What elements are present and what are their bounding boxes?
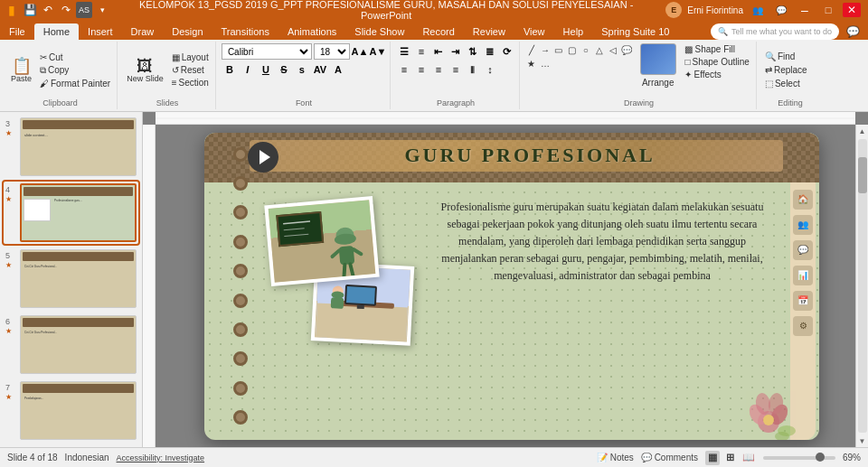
shape-effects-button[interactable]: ✦ Effects — [682, 69, 751, 80]
shape-more[interactable]: … — [539, 57, 552, 70]
scroll-up-button[interactable]: ▲ — [856, 125, 869, 137]
notes-button[interactable]: 📝 Notes — [597, 453, 634, 462]
more-qa-icon[interactable]: ▾ — [94, 2, 110, 18]
normal-view-button[interactable]: ▦ — [705, 451, 720, 465]
numbering-button[interactable]: ≡ — [413, 43, 429, 60]
new-slide-button[interactable]: 🖼 New Slide — [123, 56, 167, 85]
increase-indent-button[interactable]: ⇥ — [448, 43, 464, 60]
layout-button[interactable]: ▦Layout — [169, 51, 212, 63]
scroll-thumb[interactable] — [858, 157, 867, 193]
tab-view[interactable]: View — [514, 23, 554, 40]
tab-animations[interactable]: Animations — [278, 23, 345, 40]
italic-button[interactable]: I — [240, 61, 256, 78]
font-color-button[interactable]: A — [330, 61, 346, 78]
arrange-button[interactable]: Arrange — [639, 77, 677, 89]
tab-draw[interactable]: Draw — [122, 23, 164, 40]
chat-side-icon[interactable]: 💬 — [793, 240, 813, 260]
chart-side-icon[interactable]: 📊 — [793, 266, 813, 285]
tab-transitions[interactable]: Transitions — [212, 23, 278, 40]
minimize-button[interactable]: – — [796, 3, 814, 17]
slide-thumb-5[interactable]: 5★ Ciri-Ciri Guru Profesional... — [4, 248, 138, 310]
calendar-side-icon[interactable]: 📅 — [793, 291, 813, 311]
tab-record[interactable]: Record — [413, 23, 463, 40]
close-button[interactable]: ✕ — [843, 3, 861, 17]
shape-tri[interactable]: △ — [593, 43, 606, 56]
zoom-slider[interactable] — [763, 456, 835, 460]
convert-smartart-button[interactable]: ⟳ — [499, 43, 515, 60]
scroll-down-button[interactable]: ▼ — [856, 434, 869, 447]
quick-styles-box[interactable] — [640, 43, 676, 75]
save-icon[interactable]: 💾 — [22, 2, 38, 18]
comments-icon[interactable]: 💬 — [772, 3, 790, 17]
gear-side-icon[interactable]: ⚙ — [793, 316, 813, 336]
section-button[interactable]: ≡Section — [169, 77, 212, 89]
shadow-button[interactable]: s — [294, 61, 310, 78]
cut-button[interactable]: ✂Cut — [37, 51, 113, 63]
main-slide[interactable]: GURU PROFESIONAL 🏠 👥 💬 — [204, 133, 819, 440]
tab-review[interactable]: Review — [464, 23, 514, 40]
align-text-button[interactable]: ≣ — [482, 43, 498, 60]
align-left-button[interactable]: ≡ — [396, 61, 412, 78]
justify-button[interactable]: ≡ — [448, 61, 464, 78]
char-spacing-button[interactable]: AV — [312, 61, 328, 78]
play-button[interactable] — [248, 142, 278, 173]
redo-icon[interactable]: ↷ — [58, 2, 74, 18]
shape-line[interactable]: ╱ — [525, 43, 538, 56]
share-icon[interactable]: 👥 — [749, 3, 767, 17]
tab-help[interactable]: Help — [554, 23, 593, 40]
shape-callout[interactable]: 💬 — [620, 43, 633, 56]
home-side-icon[interactable]: 🏠 — [793, 190, 813, 210]
text-direction-button[interactable]: ⇅ — [465, 43, 481, 60]
tab-home[interactable]: Home — [34, 23, 79, 40]
shape-fill-button[interactable]: ▩ Shape Fill — [682, 43, 751, 55]
paste-button[interactable]: 📋 Paste — [7, 56, 35, 85]
reset-button[interactable]: ↺Reset — [169, 64, 212, 76]
user-name[interactable]: Erni Fiorintina — [687, 5, 743, 15]
find-button[interactable]: 🔍 Find — [762, 51, 810, 62]
copy-button[interactable]: ⧉Copy — [37, 64, 113, 77]
slide-sorter-button[interactable]: ⊞ — [723, 451, 738, 465]
slide-thumb-6[interactable]: 6★ Ciri-Ciri Guru Profesional... — [4, 313, 138, 376]
tab-file[interactable]: File — [0, 23, 34, 40]
bold-button[interactable]: B — [222, 61, 238, 78]
people-side-icon[interactable]: 👥 — [793, 215, 813, 235]
vertical-scrollbar[interactable]: ▲ ▼ — [855, 125, 868, 447]
replace-button[interactable]: ⇄ Replace — [762, 64, 810, 76]
decrease-indent-button[interactable]: ⇤ — [430, 43, 447, 60]
shape-arrow[interactable]: → — [539, 43, 552, 56]
align-center-button[interactable]: ≡ — [413, 61, 429, 78]
align-right-button[interactable]: ≡ — [430, 61, 447, 78]
tab-spring[interactable]: Spring Suite 10 — [592, 23, 678, 40]
slide-thumb-3[interactable]: 3★ slide content... — [4, 116, 138, 178]
shape-star[interactable]: ★ — [525, 57, 538, 70]
tab-insert[interactable]: Insert — [79, 23, 122, 40]
strikethrough-button[interactable]: S — [276, 61, 292, 78]
search-bar[interactable]: 🔍 Tell me what you want to do — [711, 23, 839, 40]
bullets-button[interactable]: ☰ — [396, 43, 412, 60]
select-button[interactable]: ⬚ Select — [762, 78, 810, 89]
shape-rtri[interactable]: ◁ — [607, 43, 619, 56]
decrease-font-button[interactable]: A▼ — [370, 43, 386, 60]
undo-icon[interactable]: ↶ — [40, 2, 56, 18]
tab-design[interactable]: Design — [163, 23, 212, 40]
underline-button[interactable]: U — [258, 61, 274, 78]
format-painter-button[interactable]: 🖌Format Painter — [37, 78, 113, 89]
font-size-select[interactable]: 18 — [314, 43, 350, 60]
comments-ribbon-icon[interactable]: 💬 — [844, 23, 861, 40]
reading-view-button[interactable]: 📖 — [741, 451, 756, 465]
font-family-select[interactable]: Calibri — [222, 43, 312, 60]
increase-font-button[interactable]: A▲ — [352, 43, 368, 60]
slide-thumb-4[interactable]: 4★ Profesionalisme guru... — [4, 182, 138, 244]
columns-button[interactable]: ⫴ — [465, 61, 481, 78]
accessibility-label[interactable]: Accessibility: Investigate — [117, 453, 205, 462]
line-spacing-button[interactable]: ↕ — [482, 61, 498, 78]
tab-slideshow[interactable]: Slide Show — [345, 23, 413, 40]
shape-rounded-rect[interactable]: ▢ — [566, 43, 579, 56]
font-label: Font — [296, 97, 312, 107]
maximize-button[interactable]: □ — [819, 3, 837, 17]
comments-button[interactable]: 💬 Comments — [641, 453, 698, 462]
shape-oval[interactable]: ○ — [580, 43, 592, 56]
slide-thumb-7[interactable]: 7★ Pembelajaran... — [4, 379, 138, 442]
shape-rect[interactable]: ▭ — [552, 43, 565, 56]
shape-outline-button[interactable]: □ Shape Outline — [682, 56, 751, 68]
